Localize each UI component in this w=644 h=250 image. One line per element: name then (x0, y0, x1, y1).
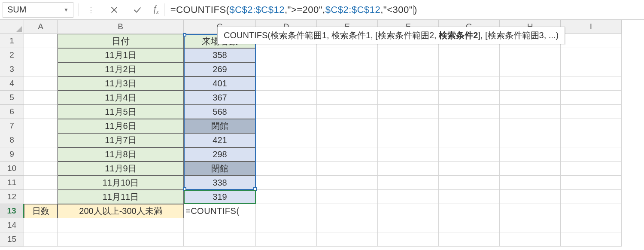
cell-empty[interactable] (256, 48, 317, 62)
cell-empty[interactable] (439, 176, 500, 190)
cell-empty[interactable] (561, 133, 622, 147)
cell-empty[interactable] (561, 190, 622, 204)
row-header-8[interactable]: 8 (0, 133, 24, 147)
cell-empty[interactable] (500, 119, 561, 133)
cell-empty[interactable] (256, 91, 317, 105)
cell-date[interactable]: 11月11日 (58, 190, 184, 204)
spreadsheet-grid[interactable]: A B C D E F G H I 1日付来場者数211月1日358311月2日… (0, 20, 644, 247)
row-header-14[interactable]: 14 (0, 218, 24, 232)
cell-empty[interactable] (439, 218, 500, 232)
column-header-b[interactable]: B (58, 20, 184, 34)
cell[interactable] (24, 34, 58, 48)
cell-empty[interactable] (256, 162, 317, 176)
cell-visitors[interactable]: 358 (184, 48, 256, 62)
cell-empty[interactable] (500, 76, 561, 91)
cell-empty[interactable] (378, 147, 439, 162)
cell-empty[interactable] (439, 48, 500, 62)
cell-empty[interactable] (317, 218, 378, 232)
header-date[interactable]: 日付 (58, 34, 184, 48)
cell-empty[interactable] (378, 204, 439, 218)
cell[interactable] (58, 218, 184, 232)
cell-visitors[interactable]: 568 (184, 105, 256, 119)
cell-empty[interactable] (378, 91, 439, 105)
cell-date[interactable]: 11月5日 (58, 105, 184, 119)
cell-date[interactable]: 11月6日 (58, 119, 184, 133)
cell-empty[interactable] (439, 232, 500, 247)
cell-empty[interactable] (317, 76, 378, 91)
cell-empty[interactable] (439, 133, 500, 147)
cell-empty[interactable] (378, 119, 439, 133)
cell[interactable] (184, 218, 256, 232)
cell-empty[interactable] (500, 147, 561, 162)
cell-empty[interactable] (561, 218, 622, 232)
cell-visitors[interactable]: 338 (184, 176, 256, 190)
row-header-7[interactable]: 7 (0, 119, 24, 133)
cell-empty[interactable] (439, 105, 500, 119)
cell-empty[interactable] (500, 105, 561, 119)
cell-empty[interactable] (317, 176, 378, 190)
name-box[interactable]: SUM ▼ (3, 2, 73, 18)
fx-icon[interactable]: fx (154, 4, 159, 15)
cell-empty[interactable] (256, 62, 317, 76)
cell-empty[interactable] (256, 133, 317, 147)
cell-date[interactable]: 11月2日 (58, 62, 184, 76)
cell-empty[interactable] (500, 91, 561, 105)
cell-date[interactable]: 11月8日 (58, 147, 184, 162)
cell-visitors[interactable]: 367 (184, 91, 256, 105)
row-header-9[interactable]: 9 (0, 147, 24, 162)
enter-icon[interactable] (128, 2, 147, 18)
cell-empty[interactable] (317, 190, 378, 204)
cell-empty[interactable] (439, 204, 500, 218)
cell-date[interactable]: 11月9日 (58, 162, 184, 176)
cell-empty[interactable] (561, 232, 622, 247)
cell-empty[interactable] (561, 119, 622, 133)
cell-empty[interactable] (500, 162, 561, 176)
cell-empty[interactable] (317, 232, 378, 247)
cell[interactable] (24, 190, 58, 204)
cell-empty[interactable] (378, 133, 439, 147)
cell-empty[interactable] (561, 147, 622, 162)
cell-empty[interactable] (317, 204, 378, 218)
cell-empty[interactable] (439, 62, 500, 76)
cell-visitors[interactable]: 269 (184, 62, 256, 76)
cell[interactable] (24, 91, 58, 105)
cancel-icon[interactable] (105, 2, 124, 18)
cell-empty[interactable] (256, 190, 317, 204)
row-header-10[interactable]: 10 (0, 162, 24, 176)
cell-empty[interactable] (317, 119, 378, 133)
cell[interactable] (24, 176, 58, 190)
cell-empty[interactable] (256, 176, 317, 190)
cell-empty[interactable] (439, 76, 500, 91)
cell-empty[interactable] (317, 147, 378, 162)
cell-label-range[interactable]: 200人以上-300人未満 (58, 204, 184, 218)
cell[interactable] (24, 232, 58, 247)
cell-empty[interactable] (378, 218, 439, 232)
row-header-11[interactable]: 11 (0, 176, 24, 190)
cell-empty[interactable] (378, 62, 439, 76)
row-header-2[interactable]: 2 (0, 48, 24, 62)
cell-empty[interactable] (500, 190, 561, 204)
cell-empty[interactable] (317, 62, 378, 76)
cell-visitors[interactable]: 401 (184, 76, 256, 91)
cell-empty[interactable] (500, 232, 561, 247)
cell-date[interactable]: 11月3日 (58, 76, 184, 91)
cell-empty[interactable] (439, 190, 500, 204)
cell-visitors[interactable]: 閉館 (184, 119, 256, 133)
cell-empty[interactable] (256, 232, 317, 247)
cell-empty[interactable] (378, 48, 439, 62)
cell[interactable] (24, 105, 58, 119)
cell-empty[interactable] (256, 218, 317, 232)
cell[interactable] (24, 218, 58, 232)
cell-empty[interactable] (256, 105, 317, 119)
cell-date[interactable]: 11月10日 (58, 176, 184, 190)
cell[interactable] (24, 133, 58, 147)
cell-empty[interactable] (561, 162, 622, 176)
expand-formula-icon[interactable]: ⋮ (82, 2, 100, 18)
cell-empty[interactable] (317, 162, 378, 176)
cell[interactable] (24, 162, 58, 176)
cell-empty[interactable] (561, 62, 622, 76)
cell-empty[interactable] (378, 76, 439, 91)
cell-label-days[interactable]: 日数 (24, 204, 58, 218)
name-box-dropdown-icon[interactable]: ▼ (64, 7, 69, 13)
cell-empty[interactable] (500, 48, 561, 62)
